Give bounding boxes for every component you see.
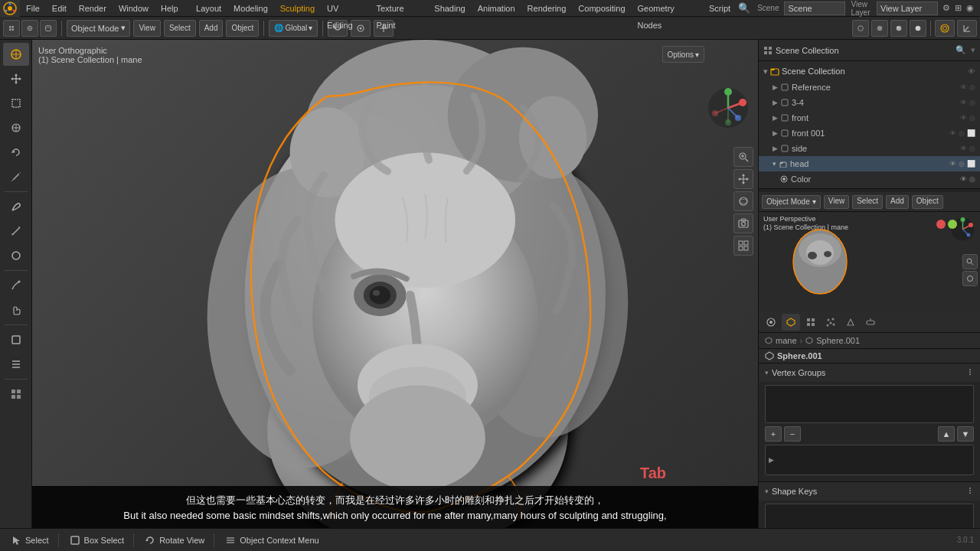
- tree-item-side[interactable]: ▶ side 👁 ◎: [759, 141, 980, 156]
- mini-object-mode[interactable]: Object Mode ▾: [762, 195, 821, 209]
- draw-btn[interactable]: [3, 274, 29, 297]
- mini-viewport[interactable]: User Perspective (1) Scene Collection | …: [759, 212, 980, 311]
- zoom-icon-btn[interactable]: [733, 147, 753, 167]
- viewport-shading-material[interactable]: [890, 20, 907, 37]
- orbit-icon-btn[interactable]: [733, 191, 753, 211]
- workspace-compositing[interactable]: Compositing: [572, 0, 631, 17]
- proportional-edit-btn[interactable]: [351, 20, 371, 37]
- mini-orbit-btn[interactable]: [962, 271, 978, 286]
- grab-btn[interactable]: [3, 298, 29, 321]
- grid-icon-btn[interactable]: [733, 236, 753, 256]
- viewport-display-btn[interactable]: ⊞: [953, 2, 963, 15]
- orientation-gizmo[interactable]: [706, 86, 750, 130]
- vg-scroll-down-btn[interactable]: ▼: [957, 426, 974, 442]
- svg-rect-40: [12, 99, 20, 107]
- transform-btn[interactable]: [3, 116, 29, 139]
- workspace-layout[interactable]: Layout: [190, 0, 227, 17]
- workspace-modeling[interactable]: Modeling: [227, 0, 274, 17]
- svg-point-73: [373, 290, 381, 296]
- vertex-groups-header[interactable]: ▾ Vertex Groups: [759, 364, 980, 382]
- tree-item-color[interactable]: Color 👁 ◎: [759, 171, 980, 187]
- camera-icon-btn[interactable]: [733, 214, 753, 233]
- viewport-shading-wire[interactable]: [852, 20, 869, 37]
- select-menu-btn[interactable]: Select: [164, 20, 196, 37]
- workspace-animation[interactable]: Animation: [472, 0, 521, 17]
- menu-help[interactable]: Help: [155, 0, 185, 17]
- viewport-shading-solid[interactable]: [871, 20, 888, 37]
- vg-add-btn[interactable]: +: [765, 426, 782, 442]
- cursor-tool-btn[interactable]: [3, 43, 29, 66]
- workspace-uv-editing[interactable]: UV Editing: [321, 0, 370, 17]
- viewport[interactable]: User Orthographic (1) Scene Collection |…: [32, 40, 758, 528]
- workspace-rendering[interactable]: Rendering: [521, 0, 573, 17]
- rotate-view-bottom[interactable]: Rotate View: [140, 532, 207, 549]
- move-tool-btn[interactable]: [3, 67, 29, 90]
- tree-item-front[interactable]: ▶ front 👁 ◎: [759, 110, 980, 126]
- menu-window[interactable]: Window: [113, 0, 155, 17]
- vg-scroll-up-btn[interactable]: ▲: [938, 426, 955, 442]
- pan-icon-btn[interactable]: [733, 169, 753, 189]
- workspace-sculpting[interactable]: Sculpting: [274, 0, 321, 17]
- prop-constraints-icon[interactable]: [861, 314, 880, 331]
- mini-add-btn[interactable]: Add: [886, 195, 909, 209]
- tree-item-reference[interactable]: ▶ Reference 👁 ◎: [759, 80, 980, 95]
- grid-view-btn[interactable]: [3, 383, 29, 406]
- box-select-bottom[interactable]: Box Select: [65, 532, 128, 549]
- mini-select-btn[interactable]: Select: [852, 195, 883, 209]
- overlay-toggle[interactable]: [935, 20, 955, 37]
- tree-item-head[interactable]: ▾ head 👁 ◎ ⬜: [759, 156, 980, 171]
- sk-options-btn[interactable]: [966, 487, 974, 496]
- workspace-texture-paint[interactable]: Texture Paint: [370, 0, 428, 17]
- select-tool-bottom[interactable]: Select: [6, 532, 52, 549]
- annotate-btn[interactable]: [3, 195, 29, 218]
- render-engine-btn[interactable]: ⚙: [941, 2, 952, 15]
- prop-object-data-icon[interactable]: [782, 314, 800, 331]
- mini-search-btn[interactable]: [962, 254, 978, 269]
- mini-object-btn[interactable]: Object: [912, 195, 943, 209]
- view-menu-btn[interactable]: View: [133, 20, 161, 37]
- vg-remove-btn[interactable]: −: [784, 426, 801, 442]
- rotate-btn[interactable]: [3, 141, 29, 164]
- workspace-geometry-nodes[interactable]: Geometry Nodes: [632, 0, 704, 17]
- object-context-btn[interactable]: [3, 353, 29, 376]
- scene-collection-root[interactable]: ▾ Scene Collection 👁: [759, 63, 980, 80]
- gizmo-toggle[interactable]: [957, 20, 977, 37]
- shape-keys-header[interactable]: ▾ Shape Keys: [759, 482, 980, 500]
- object-context-menu-bottom[interactable]: Object Context Menu: [220, 532, 322, 549]
- prop-scene-icon[interactable]: [762, 314, 780, 331]
- view-layer-input[interactable]: [877, 2, 938, 15]
- object-menu-btn[interactable]: Object: [226, 20, 259, 37]
- box-select-l-btn[interactable]: [3, 328, 29, 351]
- scale-btn[interactable]: [3, 165, 29, 188]
- measure-btn[interactable]: [3, 220, 29, 243]
- menu-edit[interactable]: Edit: [46, 0, 73, 17]
- select-box-btn[interactable]: [3, 92, 29, 115]
- outliner-search-btn[interactable]: 🔍: [954, 44, 968, 57]
- nav-icon-3[interactable]: [40, 20, 57, 37]
- transform-orientation[interactable]: 🌐 Global ▾: [269, 20, 318, 37]
- nav-icon-2[interactable]: [21, 20, 38, 37]
- nav-icon-1[interactable]: [3, 20, 20, 37]
- search-button[interactable]: 🔍: [737, 1, 752, 15]
- overlay-btn[interactable]: ◉: [965, 2, 975, 15]
- mini-view-btn[interactable]: View: [824, 195, 850, 209]
- prop-particles-icon[interactable]: [822, 314, 840, 331]
- workspace-shading[interactable]: Shading: [428, 0, 471, 17]
- menu-file[interactable]: File: [20, 0, 46, 17]
- add-menu-btn[interactable]: Add: [199, 20, 224, 37]
- viewport-shading-rendered[interactable]: [910, 20, 926, 37]
- tree-item-34[interactable]: ▶ 3-4 👁 ◎: [759, 95, 980, 110]
- outliner-filter-btn[interactable]: ▾: [971, 45, 975, 55]
- workspace-script[interactable]: Script: [703, 0, 737, 17]
- options-btn[interactable]: Options ▾: [662, 46, 704, 63]
- vg-options-btn[interactable]: [966, 368, 974, 377]
- menu-render[interactable]: Render: [73, 0, 113, 17]
- prop-modifier-icon[interactable]: [802, 314, 820, 331]
- circle-btn[interactable]: [3, 244, 29, 267]
- object-mode-dropdown[interactable]: Object Mode ▾: [67, 20, 130, 37]
- prop-physics-icon[interactable]: [841, 314, 860, 331]
- vg-scroll-area[interactable]: ▶: [765, 445, 974, 475]
- gizmo-container[interactable]: [706, 86, 752, 132]
- tree-item-front001[interactable]: ▶ front 001 👁 ◎ ⬜: [759, 126, 980, 141]
- scene-input[interactable]: [784, 2, 845, 15]
